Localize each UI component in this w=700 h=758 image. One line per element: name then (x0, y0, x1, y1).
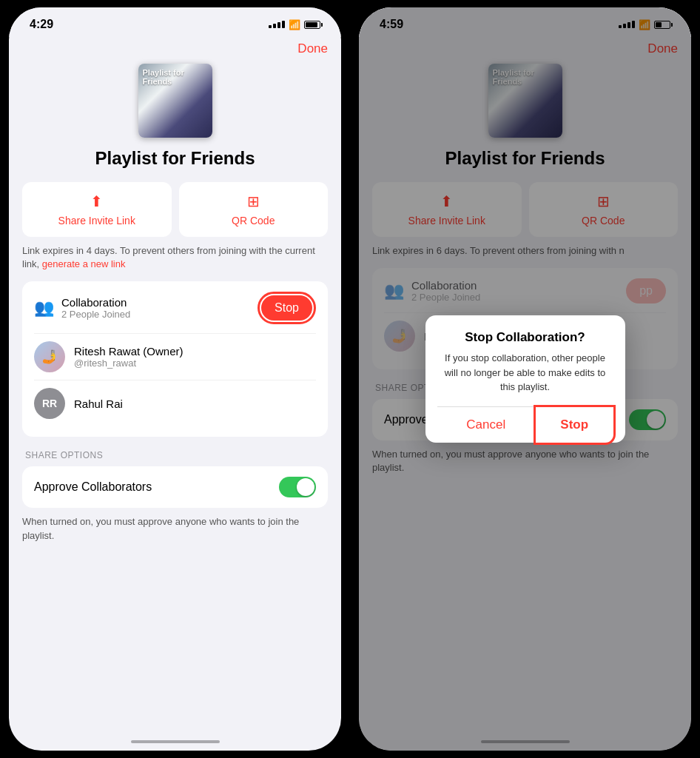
home-indicator-left (131, 740, 220, 743)
collab-card-left: 👥 Collaboration 2 People Joined Stop (22, 281, 328, 437)
stop-collaboration-dialog: Stop Collaboration? If you stop collabor… (425, 315, 625, 443)
battery-icon-left (304, 21, 320, 29)
approve-desc-left: When turned on, you must approve anyone … (22, 515, 328, 542)
link-expires-left: Link expires in 4 days. To prevent other… (22, 244, 328, 271)
generate-link-left[interactable]: generate a new link (42, 258, 126, 269)
collab-header-left: 👥 Collaboration 2 People Joined Stop (34, 292, 316, 324)
status-icons-left: 📶 (269, 19, 320, 30)
approve-toggle-left[interactable] (279, 477, 316, 497)
playlist-thumb-left: Playlist for Friends (22, 64, 328, 138)
qr-icon-left: ⊞ (247, 192, 260, 210)
person-row-rahul: RR Rahul Rai (34, 380, 316, 426)
modal-actions: Cancel Stop (437, 406, 613, 443)
status-time-left: 4:29 (30, 18, 53, 31)
action-row-left: ⬆ Share Invite Link ⊞ QR Code (22, 182, 328, 237)
collab-left: 👥 Collaboration 2 People Joined (34, 296, 130, 320)
left-phone: 4:29 📶 Done (0, 0, 350, 758)
right-phone: 4:59 📶 Done (350, 0, 700, 758)
signal-icon-left (269, 21, 285, 28)
share-options-card-left: Approve Collaborators (22, 466, 328, 508)
share-icon-left: ⬆ (90, 192, 103, 210)
approve-toggle-row-left: Approve Collaborators (34, 477, 316, 497)
modal-message: If you stop collaboration, other people … (437, 351, 613, 395)
done-button-left[interactable]: Done (22, 37, 328, 64)
share-options-label-left: SHARE OPTIONS (22, 450, 328, 460)
status-bar-left: 4:29 📶 (9, 7, 341, 37)
person-info-owner: Ritesh Rawat (Owner) @ritesh_rawat (74, 345, 184, 369)
person-info-rahul: Rahul Rai (74, 398, 123, 410)
playlist-title-left: Playlist for Friends (22, 148, 328, 169)
modal-stop-button[interactable]: Stop (536, 407, 613, 443)
stop-button-highlight-left: Stop (258, 292, 316, 324)
modal-title: Stop Collaboration? (437, 330, 613, 345)
avatar-rahul: RR (34, 388, 65, 419)
left-content: Done Playlist for Friends Playlist for F… (9, 37, 341, 736)
qr-code-button-left[interactable]: ⊞ QR Code (179, 182, 329, 237)
people-icon-left: 👥 (34, 298, 54, 318)
share-invite-button-left[interactable]: ⬆ Share Invite Link (22, 182, 172, 237)
avatar-owner: 🤳 (34, 341, 65, 372)
stop-button-left[interactable]: Stop (261, 295, 312, 321)
modal-overlay: Stop Collaboration? If you stop collabor… (359, 7, 691, 751)
person-row-owner: 🤳 Ritesh Rawat (Owner) @ritesh_rawat (34, 333, 316, 380)
modal-cancel-button[interactable]: Cancel (437, 407, 536, 443)
wifi-icon-left: 📶 (289, 19, 300, 30)
collab-info-left: Collaboration 2 People Joined (61, 296, 130, 320)
